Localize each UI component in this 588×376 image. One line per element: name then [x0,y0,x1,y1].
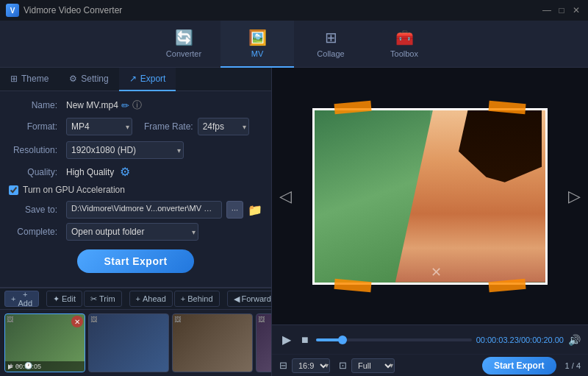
converter-icon: 🔄 [175,29,193,46]
clip-3-icons: 🖼 [174,316,181,323]
name-value: New MV.mp4 [66,100,118,110]
next-arrow-icon[interactable]: ▷ [568,187,581,206]
saveto-path: D:\Vidmore\Vidmore V...onverter\MV Expor… [66,201,222,219]
zoom-icon: ⊡ [339,360,347,371]
clip-2-image-icon: 🖼 [90,316,97,323]
framerate-select[interactable]: 24fps30fps60fps [198,118,249,135]
tab-toolbox-label: Toolbox [390,49,418,58]
quality-value-wrap: High Quality ⚙ [66,165,130,179]
format-label: Format: [9,121,62,132]
tab-collage[interactable]: ⊞ Collage [294,21,368,68]
start-export-left-button[interactable]: Start Export [77,249,193,273]
trim-icon: ✂ [90,294,97,304]
gpu-label: Turn on GPU Acceleration [23,185,125,195]
clip-item-1[interactable]: ✕ 🖼 ▶ 00:00:05 ★ ✂ 🕐 [4,313,85,372]
start-export-right-button[interactable]: Start Export [482,357,556,375]
clip-item-3[interactable]: 🖼 [172,313,253,372]
add-icon: + [11,294,15,303]
clip-4-icons: 🖼 [258,316,265,323]
quality-value: High Quality [66,167,114,177]
resolution-row: Resolution: 1920x1080 (HD)1280x720 (HD)3… [9,141,262,159]
saveto-folder-icon[interactable]: 📁 [248,203,262,217]
stop-button[interactable]: ■ [298,332,312,348]
progress-dot [338,336,347,344]
subtab-theme-label: Theme [21,74,49,84]
collage-icon: ⊞ [325,29,337,46]
info-icon[interactable]: ⓘ [132,99,142,112]
clip-2-icons: 🖼 [90,316,97,323]
export-icon: ↗ [129,74,137,84]
subtab-export-label: Export [140,74,166,84]
tab-toolbox[interactable]: 🧰 Toolbox [368,21,441,68]
minimize-button[interactable]: — [541,4,553,16]
app-icon: V [6,4,19,17]
quality-label: Quality: [9,167,62,177]
name-field-wrap: New MV.mp4 ✏ ⓘ [66,99,142,112]
complete-select[interactable]: Open output folderDo nothingShut down [66,223,198,241]
framerate-select-wrap: 24fps30fps60fps ▾ [198,118,249,135]
tab-converter[interactable]: 🔄 Converter [147,21,220,68]
clip-1-star-icon: ★ [8,362,14,369]
format-select[interactable]: MP4AVIMOV [66,118,132,135]
ratio-select[interactable]: 16:94:31:19:16 [292,358,330,373]
volume-icon[interactable]: 🔊 [568,334,581,346]
clip-image-icon: 🖼 [7,316,13,323]
saveto-row: Save to: D:\Vidmore\Vidmore V...onverter… [9,201,262,219]
play-button[interactable]: ▶ [279,331,294,348]
clip-item-2[interactable]: 🖼 [88,313,169,372]
add-button[interactable]: + + Add [4,291,39,307]
prev-arrow-icon[interactable]: ◁ [279,187,292,206]
complete-row: Complete: Open output folderDo nothingSh… [9,223,262,241]
clip-1-clock-icon: 🕐 [24,362,32,369]
playback-controls: ▶ ■ 00:00:03.23/00:00:20.00 🔊 [272,324,588,354]
ahead-button[interactable]: + Ahead [129,291,173,307]
subtab-export[interactable]: ↗ Export [119,68,176,91]
main-layout: ⊞ Theme ⚙ Setting ↗ Export Name: New MV.… [0,68,588,376]
clip-4-image-icon: 🖼 [258,316,265,323]
saveto-label: Save to: [9,205,62,215]
trim-button[interactable]: ✂ Trim [84,291,122,307]
format-row: Format: MP4AVIMOV ▾ Frame Rate: 24fps30f… [9,118,262,135]
quality-row: Quality: High Quality ⚙ [9,165,262,179]
gpu-checkbox[interactable] [9,185,18,195]
nav-tabs: 🔄 Converter 🖼️ MV ⊞ Collage 🧰 Toolbox [0,21,588,68]
time-display: 00:00:03.23/00:00:20.00 [476,336,564,344]
setting-icon: ⚙ [69,74,77,84]
clip-item-4[interactable]: 🖼 [256,313,271,372]
photo-preview [312,108,548,285]
maximize-button[interactable]: □ [556,4,567,16]
name-row: Name: New MV.mp4 ✏ ⓘ [9,99,262,112]
forward-button[interactable]: ◀ Forward [227,291,278,307]
zoom-select[interactable]: Full50%75%100% [351,358,395,373]
subtab-setting[interactable]: ⚙ Setting [59,68,118,91]
behind-button[interactable]: + Behind [174,291,220,307]
app-title: Vidmore Video Converter [24,5,537,15]
close-button[interactable]: ✕ [570,4,582,16]
progress-bar[interactable] [316,338,472,341]
resolution-select[interactable]: 1920x1080 (HD)1280x720 (HD)3840x2160 (4K… [66,141,184,159]
controls-bar2: ⊟ 16:94:31:19:16 ▾ ⊡ Full50%75%100% ▾ St… [272,354,588,376]
clip-1-scissors-icon: ✂ [16,362,22,369]
edit-name-icon[interactable]: ✏ [121,100,129,111]
resolution-label: Resolution: [9,145,62,155]
ratio-select-wrap: 16:94:31:19:16 ▾ [292,358,330,373]
subtab-setting-label: Setting [81,74,108,84]
saveto-dots-button[interactable]: ··· [226,201,243,219]
edit-tool-icon: ✦ [53,294,60,304]
close-preview-icon[interactable]: ✕ [431,264,442,280]
tab-mv[interactable]: 🖼️ MV [220,21,294,68]
framerate-label: Frame Rate: [144,121,193,132]
preview-frame [312,108,548,285]
ahead-icon: + [136,294,140,303]
format-select-wrap: MP4AVIMOV ▾ [66,118,132,135]
clip-1-close[interactable]: ✕ [71,316,83,327]
export-panel: Name: New MV.mp4 ✏ ⓘ Format: MP4AVIMOV ▾… [0,91,271,287]
timeline-toolbar: + + Add ✦ Edit ✂ Trim + Ahead [0,288,271,310]
quality-gear-icon[interactable]: ⚙ [120,165,130,179]
subtab-theme[interactable]: ⊞ Theme [0,68,59,91]
clip-1-icons: 🖼 [7,316,13,323]
toolbox-icon: 🧰 [395,29,414,46]
edit-button[interactable]: ✦ Edit [46,291,82,307]
resolution-select-wrap: 1920x1080 (HD)1280x720 (HD)3840x2160 (4K… [66,141,184,159]
clip-1-bottom-icons: ★ ✂ 🕐 [8,362,32,369]
